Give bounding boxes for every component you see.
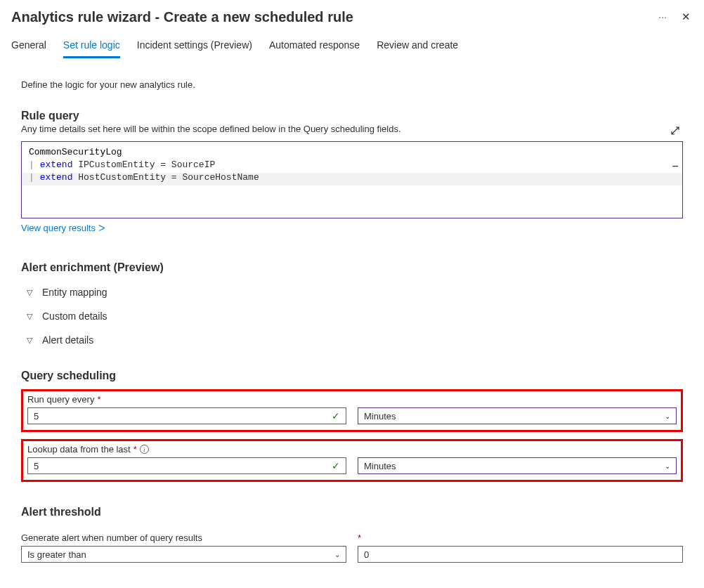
tab-review-create[interactable]: Review and create xyxy=(377,39,458,58)
required-asterisk: * xyxy=(97,394,100,405)
highlight-lookup: Lookup data from the last * i 5 ✓ Minute… xyxy=(21,439,683,482)
alert-enrichment-heading: Alert enrichment (Preview) xyxy=(21,261,683,274)
chevron-down-icon: ▽ xyxy=(27,288,32,297)
chevron-down-icon: ▽ xyxy=(27,336,32,345)
tab-general[interactable]: General xyxy=(11,39,46,58)
expander-entity-mapping[interactable]: ▽ Entity mapping xyxy=(27,287,683,298)
expander-alert-details[interactable]: ▽ Alert details xyxy=(27,334,683,346)
rule-query-heading: Rule query xyxy=(21,110,683,122)
required-asterisk: * xyxy=(133,444,137,455)
query-editor[interactable]: — CommonSecurityLog | extend IPCustomEnt… xyxy=(21,141,683,218)
tab-set-rule-logic[interactable]: Set rule logic xyxy=(63,39,120,58)
highlight-run-every: Run query every * 5 ✓ Minutes ⌄ xyxy=(21,389,683,432)
check-icon: ✓ xyxy=(332,460,340,471)
chevron-down-icon: ▽ xyxy=(27,312,32,321)
more-options-button[interactable]: ··· xyxy=(658,11,667,22)
alert-threshold-value-input[interactable]: 0 xyxy=(358,546,683,563)
lookup-data-label: Lookup data from the last xyxy=(27,444,131,455)
expander-custom-details[interactable]: ▽ Custom details xyxy=(27,311,683,322)
intro-text: Define the logic for your new analytics … xyxy=(21,79,683,90)
query-scheduling-heading: Query scheduling xyxy=(21,370,683,382)
run-query-every-unit-select[interactable]: Minutes ⌄ xyxy=(358,407,677,424)
tab-automated-response[interactable]: Automated response xyxy=(269,39,360,58)
expander-label: Alert details xyxy=(42,334,93,346)
rule-query-subtext: Any time details set here will be within… xyxy=(21,124,683,134)
code-line: CommonSecurityLog xyxy=(29,147,122,157)
view-query-results-link[interactable]: View query results ᐳ xyxy=(21,223,105,233)
alert-threshold-operator-select[interactable]: Is greater than ⌄ xyxy=(21,546,346,563)
check-icon: ✓ xyxy=(332,410,340,422)
close-button[interactable]: ✕ xyxy=(679,8,693,25)
expand-editor-icon[interactable] xyxy=(670,126,680,138)
chevron-down-icon: ⌄ xyxy=(665,412,670,420)
tab-bar: General Set rule logic Incident settings… xyxy=(11,30,693,58)
required-asterisk: * xyxy=(358,533,361,543)
lookup-data-unit-select[interactable]: Minutes ⌄ xyxy=(358,457,677,474)
tab-incident-settings[interactable]: Incident settings (Preview) xyxy=(137,39,252,58)
run-query-every-input[interactable]: 5 ✓ xyxy=(27,407,346,424)
alert-threshold-label: Generate alert when number of query resu… xyxy=(21,533,346,543)
chevron-down-icon: ⌄ xyxy=(334,551,340,558)
alert-threshold-heading: Alert threshold xyxy=(21,506,683,518)
expander-label: Custom details xyxy=(42,311,107,322)
info-icon[interactable]: i xyxy=(140,445,149,454)
run-query-every-label: Run query every xyxy=(27,394,94,405)
page-title: Analytics rule wizard - Create a new sch… xyxy=(11,9,353,25)
expander-label: Entity mapping xyxy=(42,287,107,298)
lookup-data-input[interactable]: 5 ✓ xyxy=(27,457,346,474)
chevron-down-icon: ⌄ xyxy=(665,462,670,470)
